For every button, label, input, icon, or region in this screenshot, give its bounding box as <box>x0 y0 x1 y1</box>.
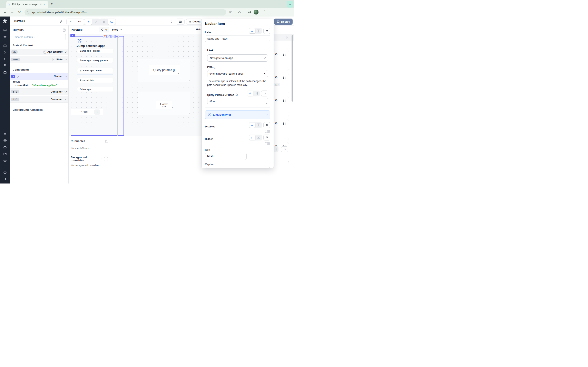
nav-item-same-app-query-params[interactable]: Same app - query params <box>77 58 113 63</box>
sidebar-item-runs[interactable] <box>0 49 10 56</box>
gear-icon[interactable]: ⚙ <box>275 76 278 79</box>
new-tab-button[interactable]: + <box>51 2 53 6</box>
windmill-logo[interactable] <box>0 17 10 25</box>
sidebar-item-help[interactable] <box>0 169 10 176</box>
move-icon[interactable] <box>115 35 119 38</box>
outputs-doc-icon[interactable] <box>63 29 66 32</box>
icon-input[interactable]: hash <box>205 153 247 160</box>
connect-plug-button[interactable] <box>263 122 270 128</box>
disabled-toggle[interactable] <box>265 130 270 133</box>
settings-doc-icon[interactable] <box>286 36 289 39</box>
debug-button[interactable]: Debug <box>186 18 202 25</box>
nav-item-same-app-hash[interactable]: # Same app - hash <box>77 68 113 73</box>
nav-item-same-app-empty[interactable]: Same app - empty <box>77 49 113 53</box>
sidebar-item-settings[interactable] <box>0 137 10 144</box>
drag-handle-icon[interactable] <box>283 122 286 125</box>
sidebar-item-favorites[interactable] <box>0 34 10 40</box>
label-input[interactable]: Same app - hash <box>205 35 270 42</box>
deploy-button[interactable]: Deploy <box>274 18 293 25</box>
url-bar[interactable]: app.windmill.dev/apps/edit/u/henri/navap… <box>25 9 226 16</box>
profile-avatar[interactable] <box>254 9 259 15</box>
expand-down-icon[interactable] <box>103 35 107 38</box>
sidebar-item-apps[interactable] <box>0 27 10 34</box>
media-queue-icon[interactable] <box>247 10 251 14</box>
desktop-view-button[interactable] <box>108 19 116 25</box>
nav-item-other-app[interactable]: Other app <box>77 87 113 92</box>
search-outputs-input[interactable]: Search outputs... <box>13 34 66 40</box>
query-params-container[interactable]: Query params {} <box>138 59 190 82</box>
gear-icon[interactable]: ⚙ <box>275 99 278 102</box>
sidebar-item-schedules[interactable] <box>0 69 10 76</box>
connect-plug-button[interactable] <box>263 134 270 141</box>
static-mode-button[interactable] <box>249 135 255 140</box>
function-mode-button[interactable]: f <box>253 91 259 96</box>
connect-plug-button[interactable] <box>281 146 288 152</box>
connect-plug-button[interactable] <box>263 28 270 34</box>
sidebar-item-audit-logs[interactable] <box>0 157 10 164</box>
full-width-layout-button[interactable] <box>92 19 100 25</box>
sidebar-expand-icon[interactable] <box>0 176 10 184</box>
sidebar-item-users[interactable] <box>0 131 10 137</box>
function-mode-button[interactable]: f <box>255 135 261 140</box>
forward-button[interactable]: → <box>11 10 14 14</box>
output-row-state[interactable]: state State <box>10 56 68 63</box>
path-input[interactable]: u/henri/navapp (current app) ✕ <box>207 70 268 77</box>
component-row-a[interactable]: a Navbar <box>10 73 68 80</box>
docs-button[interactable] <box>176 18 185 25</box>
undo-button[interactable]: ↶ <box>67 19 75 25</box>
info-icon[interactable]: i <box>214 66 216 68</box>
component-row-d[interactable]: d Container <box>10 96 68 103</box>
browser-menu-icon[interactable]: ⋮ <box>263 10 266 14</box>
hash-container[interactable]: Hash: "#f <box>138 92 190 115</box>
connect-plug-button[interactable] <box>261 91 268 96</box>
refresh-count-button[interactable]: 0 <box>99 27 109 33</box>
sidebar-item-variables[interactable] <box>0 56 10 62</box>
drag-handle-icon[interactable] <box>283 99 286 102</box>
doc-icon[interactable] <box>52 58 55 61</box>
chevron-down-icon[interactable] <box>65 91 67 92</box>
tab-close-icon[interactable]: ✕ <box>43 3 45 6</box>
link-behavior-accordion[interactable]: i Link Behavior <box>205 110 270 119</box>
bookmark-star-icon[interactable]: ☆ <box>229 10 232 14</box>
drag-handle-icon[interactable] <box>283 76 286 79</box>
clear-path-icon[interactable]: ✕ <box>264 72 266 75</box>
anchor-icon[interactable] <box>111 35 115 38</box>
nav-item-external-link[interactable]: External link <box>77 78 113 83</box>
component-row-e[interactable]: e Container <box>10 89 68 95</box>
settings-scrollbar[interactable] <box>292 35 293 101</box>
drag-handle-icon[interactable] <box>283 53 286 56</box>
static-mode-button[interactable] <box>249 123 255 128</box>
runnables-doc-icon[interactable] <box>105 140 108 143</box>
browser-tab[interactable]: Edit App u/henri/navapp | Win ✕ <box>6 1 48 8</box>
centered-layout-button[interactable] <box>84 19 92 25</box>
gear-icon[interactable]: ⚙ <box>275 53 278 56</box>
function-mode-button[interactable]: f <box>255 28 261 33</box>
reload-button[interactable]: ↻ <box>18 10 21 14</box>
back-button[interactable]: ← <box>3 10 7 14</box>
edit-name-pencil-icon[interactable] <box>60 20 62 23</box>
sidebar-item-home[interactable] <box>0 42 10 49</box>
hidden-toggle[interactable] <box>265 142 270 145</box>
function-mode-button[interactable]: f <box>255 123 261 128</box>
gear-icon[interactable]: ⚙ <box>275 122 278 125</box>
link-type-select[interactable]: Navigate to an app <box>207 54 268 62</box>
output-row-ctx[interactable]: ctx App Context <box>10 49 68 55</box>
doc-icon[interactable] <box>43 50 46 54</box>
sidebar-item-workers[interactable] <box>0 144 10 151</box>
info-icon[interactable]: i <box>100 158 102 160</box>
redo-button[interactable]: ↷ <box>75 19 84 25</box>
fullscreen-icon[interactable] <box>107 35 111 38</box>
info-icon[interactable]: i <box>235 94 238 96</box>
query-params-input[interactable]: #foo <box>207 98 268 104</box>
chevron-down-icon[interactable] <box>65 58 67 60</box>
mobile-view-button[interactable] <box>100 19 108 25</box>
run-mode-select[interactable]: once <box>112 28 121 31</box>
sidebar-item-resources[interactable] <box>0 62 10 69</box>
chevron-down-icon[interactable] <box>65 51 67 53</box>
tab-search-button[interactable] <box>287 1 293 8</box>
more-options-icon[interactable]: ⋮ <box>170 20 173 23</box>
chevron-up-icon[interactable] <box>65 76 67 78</box>
add-background-runnable-button[interactable]: + <box>104 157 108 161</box>
zoom-out-button[interactable]: − <box>73 110 75 114</box>
caption-input[interactable]: Cool caption <box>205 167 270 168</box>
